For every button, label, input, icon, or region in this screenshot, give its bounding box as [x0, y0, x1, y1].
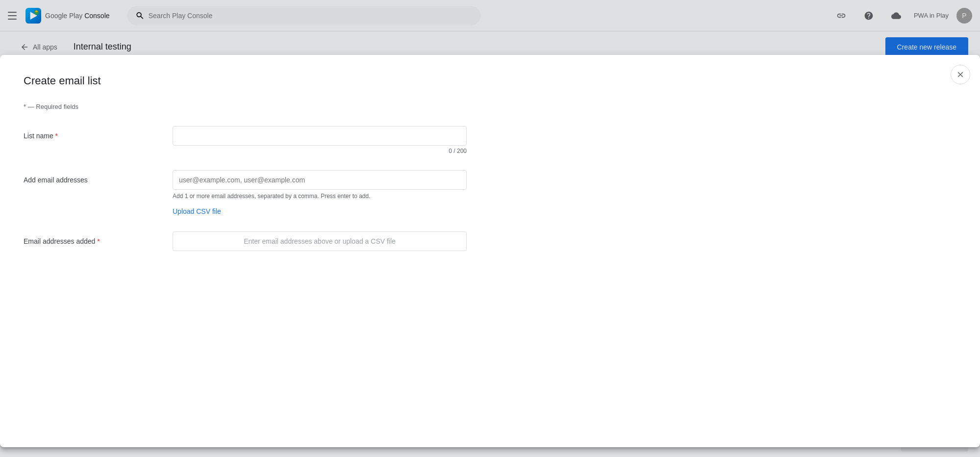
email-addresses-added-field: Enter email addresses above or upload a …: [173, 231, 467, 251]
list-name-input[interactable]: [173, 126, 467, 146]
modal-close-button[interactable]: [951, 65, 970, 84]
list-name-required-star: *: [55, 132, 58, 140]
list-name-row: List name * 0 / 200: [24, 126, 956, 154]
add-email-input[interactable]: [173, 170, 467, 190]
modal: Create email list * — Required fields Li…: [0, 55, 980, 447]
required-note: * — Required fields: [24, 103, 956, 110]
email-addresses-added-row: Email addresses added * Enter email addr…: [24, 231, 956, 251]
email-addresses-added-label: Email addresses added *: [24, 231, 161, 245]
add-email-field: Add 1 or more email addresses, separated…: [173, 170, 467, 216]
email-addresses-added-box: Enter email addresses above or upload a …: [173, 231, 467, 251]
email-addresses-added-required-star: *: [97, 237, 100, 245]
upload-csv-link[interactable]: Upload CSV file: [173, 207, 221, 215]
add-email-addresses-row: Add email addresses Add 1 or more email …: [24, 170, 956, 216]
list-name-label: List name *: [24, 126, 161, 140]
modal-title: Create email list: [24, 75, 956, 87]
add-email-label: Add email addresses: [24, 170, 161, 184]
list-name-char-count: 0 / 200: [173, 148, 467, 154]
list-name-field: 0 / 200: [173, 126, 467, 154]
close-icon: [956, 70, 965, 79]
add-email-hint: Add 1 or more email addresses, separated…: [173, 193, 467, 200]
modal-overlay: Create email list * — Required fields Li…: [0, 0, 980, 457]
